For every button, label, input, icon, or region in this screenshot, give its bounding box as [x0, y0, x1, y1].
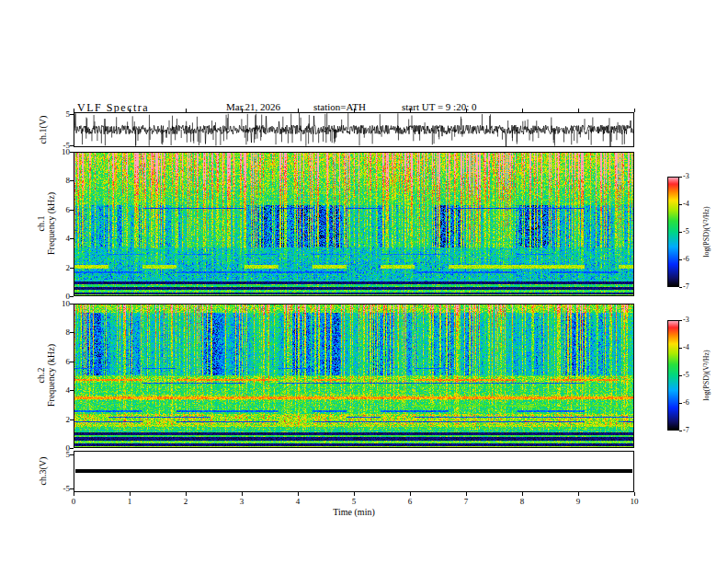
y-axis-tick: [70, 448, 74, 449]
y-axis-tick-label: 5: [48, 450, 70, 459]
y-axis-tick: [70, 454, 74, 455]
y-axis-tick-label: 10: [48, 147, 70, 156]
x-axis-tick-label: 8: [520, 497, 525, 506]
x-axis-tick: [634, 492, 635, 496]
y-axis-tick: [70, 390, 74, 391]
colorbar-tick: [679, 177, 682, 178]
colorbar-tick-label: -6: [683, 398, 689, 408]
ch1-spectrogram-canvas: [74, 153, 633, 295]
x-axis-tick-label: 6: [408, 497, 413, 506]
x-axis-tick-label: 4: [296, 497, 301, 506]
colorbar-tick-label: -7: [683, 282, 689, 292]
colorbar-tick: [679, 375, 682, 376]
colorbar-tick-label: -6: [683, 255, 689, 264]
colorbar-tick: [679, 204, 682, 205]
x-axis-tick-label: 0: [72, 497, 76, 506]
x-axis-tick: [466, 109, 467, 112]
ch1-wave-ylabel: ch.1(V): [38, 116, 48, 144]
y-axis-tick-label: 4: [48, 385, 70, 395]
figure-station: station=ATH: [313, 101, 366, 112]
colorbar-tick: [679, 287, 682, 288]
y-axis-tick: [70, 180, 74, 181]
x-axis-tick: [466, 492, 467, 496]
y-axis-tick: [70, 419, 74, 420]
x-axis-tick: [242, 109, 243, 112]
ch1-waveform-canvas: [74, 113, 633, 146]
x-axis-tick: [298, 109, 299, 112]
y-axis-tick-label: 5: [48, 109, 70, 119]
colorbar-tick-label: -4: [683, 343, 689, 352]
ch1-spec-ylabel: ch.1 Frequency (kHz): [36, 192, 56, 255]
x-axis-tick-label: 9: [576, 497, 581, 506]
ch3-wave-ylabel: ch.3(V): [38, 457, 48, 486]
ylabel-line: Frequency (kHz): [46, 192, 56, 255]
colorbar-tick: [679, 232, 682, 233]
y-axis-tick-label: 6: [48, 205, 70, 214]
ch2-colorbar-canvas: [668, 321, 678, 430]
x-axis-tick-label: 3: [240, 497, 245, 506]
y-axis-tick: [70, 114, 74, 115]
ch1-colorbar-canvas: [668, 178, 678, 286]
y-axis-tick: [70, 296, 74, 297]
colorbar-tick-label: -3: [683, 172, 689, 181]
x-axis-tick-label: 10: [631, 497, 639, 506]
x-axis-tick: [298, 492, 299, 496]
ch1-spectrogram-panel: [74, 152, 634, 296]
colorbar-tick-label: -3: [683, 316, 689, 325]
x-axis-tick: [410, 492, 411, 496]
x-axis-tick-label: 2: [184, 497, 188, 506]
x-axis-tick: [578, 109, 579, 112]
x-axis-tick: [74, 109, 74, 112]
y-axis-tick-label: 8: [48, 176, 70, 185]
x-axis-tick-label: 5: [352, 497, 357, 506]
ch1-waveform-panel: [74, 112, 634, 147]
colorbar-tick: [679, 348, 682, 349]
ylabel-line: Frequency (kHz): [46, 344, 56, 407]
y-axis-tick: [70, 210, 74, 211]
figure-date: Mar.21, 2026: [226, 101, 280, 112]
ch3-flatline-trace: [75, 469, 632, 473]
colorbar-tick: [679, 320, 682, 321]
colorbar-tick: [679, 403, 682, 404]
x-axis-tick: [242, 492, 243, 496]
ch2-spec-ylabel: ch.2 Frequency (kHz): [36, 344, 56, 407]
y-axis-tick: [70, 145, 74, 146]
y-axis-tick-label: -5: [48, 484, 70, 493]
y-axis-tick: [70, 268, 74, 269]
x-axis-tick: [186, 109, 187, 112]
x-axis-tick: [634, 109, 635, 112]
y-axis-tick: [70, 152, 74, 153]
ch1-colorbar: [667, 177, 679, 287]
colorbar-tick-label: -7: [683, 426, 689, 435]
x-axis-tick-label: 7: [464, 497, 469, 506]
x-axis-tick: [130, 492, 131, 496]
x-axis-tick: [410, 109, 411, 112]
ch2-colorbar-label: log(PSD)(V²/Hz): [701, 350, 711, 400]
colorbar-tick-label: -5: [683, 227, 689, 236]
x-axis-title: Time (min): [333, 507, 374, 517]
x-axis-tick: [578, 492, 579, 496]
y-axis-tick: [70, 238, 74, 239]
ylabel-line: ch.1: [36, 192, 46, 255]
ch2-colorbar: [667, 320, 679, 431]
y-axis-tick: [70, 362, 74, 362]
y-axis-tick: [70, 304, 74, 304]
x-axis-tick: [74, 492, 74, 496]
x-axis-tick: [522, 492, 523, 496]
y-axis-tick-label: 8: [48, 327, 70, 337]
x-axis-tick: [522, 109, 523, 112]
x-axis-tick: [130, 109, 131, 112]
y-axis-tick-label: 2: [48, 263, 70, 272]
colorbar-tick-label: -4: [683, 200, 689, 209]
y-axis-tick: [70, 488, 74, 489]
ch2-spectrogram-canvas: [74, 304, 633, 447]
colorbar-tick: [679, 431, 682, 431]
ylabel-line: ch.2: [36, 344, 46, 407]
y-axis-tick: [70, 332, 74, 333]
y-axis-tick-label: 10: [48, 299, 70, 308]
x-axis-tick: [186, 492, 187, 496]
x-axis-tick: [354, 109, 355, 112]
y-axis-tick-label: 4: [48, 234, 70, 243]
vlf-spectra-figure: VLF Spectra Mar.21, 2026 station=ATH sta…: [0, 0, 728, 563]
x-axis-tick: [354, 492, 355, 496]
